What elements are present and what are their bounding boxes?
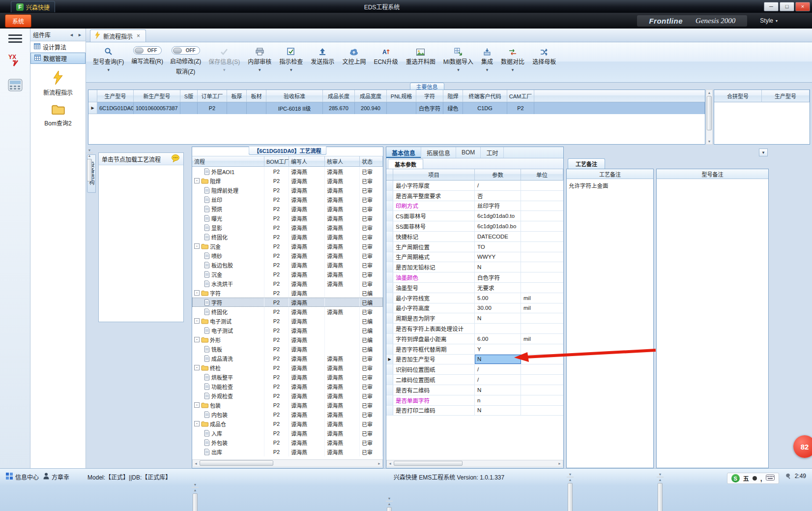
main-info-selected-row[interactable]: ▶6C1DG01DA010010600057387P2IPC-6018 II级2…	[88, 102, 705, 114]
keyboard-icon[interactable]	[766, 475, 775, 482]
collapse-toggle-icon[interactable]: -	[194, 421, 200, 426]
parameter-row[interactable]: 生产周期格式WWYY	[386, 252, 563, 263]
wrench-icon[interactable]	[783, 473, 790, 481]
info-center-button[interactable]: 信息中心	[6, 473, 39, 481]
parameter-row[interactable]: 是否有二维码N	[386, 385, 563, 395]
process-node-row[interactable]: 入库P2谭海燕谭海燕已审	[192, 428, 383, 438]
parameter-row[interactable]: 是否字符框代替周期Y	[386, 344, 563, 355]
parameter-row[interactable]: 印刷方式丝印字符	[386, 201, 563, 211]
parameter-row[interactable]: 最小字符高度30.00mil	[386, 303, 563, 314]
process-flow-title-tab[interactable]: 【6C1DG01DA0】工艺流程	[249, 147, 327, 155]
sogou-input-icon[interactable]: S	[731, 474, 740, 482]
tab-基本信息[interactable]: 基本信息	[386, 147, 421, 158]
model-notes-content[interactable]	[657, 179, 768, 467]
panel-pin-icon[interactable]: ►	[77, 32, 83, 37]
tree-column-header[interactable]: 核审人	[325, 156, 360, 167]
main-info-vertical-scrollbar[interactable]	[706, 90, 713, 145]
column-header[interactable]: PNL规格	[387, 90, 416, 102]
process-node-row[interactable]: 外包装P2谭海燕谭海燕已审	[192, 438, 383, 447]
minimize-button[interactable]: ─	[764, 2, 779, 11]
toolbar-button-cloud[interactable]: 文控上网	[338, 45, 370, 73]
tab-basic-parameters[interactable]: 基本参数	[388, 159, 423, 169]
process-node-row[interactable]: 板边包胶P2谭海燕谭海燕已审	[192, 260, 383, 270]
left-pane-vertical-scrollbar[interactable]	[86, 152, 93, 153]
column-header[interactable]: 验收标准	[266, 90, 323, 102]
parameter-row[interactable]: 是否有字符上表面处理设计	[386, 324, 563, 334]
toolbar-button-ecn[interactable]: AECN升级	[370, 45, 402, 73]
collapse-toggle-icon[interactable]: -	[194, 243, 200, 249]
column-header[interactable]: 板材	[247, 90, 266, 102]
notes-vertical-scrollbar[interactable]	[567, 477, 574, 478]
detail-horizontal-scrollbar[interactable]	[386, 460, 563, 467]
process-node-row[interactable]: -字符P2谭海燕已编	[192, 288, 383, 298]
sidebar-item-design-algorithm[interactable]: 设计算法	[30, 41, 86, 53]
parameter-row[interactable]: 油墨颜色白色字符	[386, 272, 563, 283]
column-header[interactable]: 订单工厂	[198, 90, 227, 102]
parameter-row[interactable]: 是否打印二维码N	[386, 406, 563, 416]
parameter-row[interactable]: CS面菲林号6c1dg01da0.to	[386, 211, 563, 221]
process-node-row[interactable]: -终检P2谭海燕谭海燕已审	[192, 363, 383, 372]
tree-column-header[interactable]: 状态	[360, 156, 383, 167]
shortcut-new-process-instruction[interactable]: 新流程指示	[43, 71, 73, 96]
column-header[interactable]: 成品宽度	[355, 90, 387, 102]
close-tab-icon[interactable]: ×	[136, 32, 141, 39]
process-node-row[interactable]: -电子测试P2谭海燕已编	[192, 316, 383, 326]
parameter-row[interactable]: SS面菲林号6c1dg01da0.bo	[386, 221, 563, 232]
parameter-row[interactable]: 字符到焊盘最小距离6.00mil	[386, 334, 563, 344]
tree-column-header[interactable]: BOM工厂	[264, 156, 289, 167]
process-node-row[interactable]: 字符P2谭海燕已编	[192, 298, 383, 307]
parameter-row[interactable]: 是否高平整度要求否	[386, 191, 563, 201]
close-button[interactable]: ×	[795, 2, 810, 11]
toolbar-toggle[interactable]: OFF启动修改(Z)取消(Z)	[167, 45, 204, 75]
collapse-toggle-icon[interactable]: -	[194, 290, 200, 296]
toolbar-button-import[interactable]: MI数据导入▾	[439, 45, 477, 73]
process-node-row[interactable]: 水洗烘干P2谭海燕谭海燕已审	[192, 279, 383, 288]
collapse-panel-button[interactable]: ▼	[759, 149, 768, 156]
column-header[interactable]: 参数	[475, 169, 521, 180]
tab-new-process-instruction[interactable]: 新流程指示 ×	[90, 30, 146, 42]
scrollbar-thumb[interactable]	[87, 159, 92, 181]
toggle-cancel-link[interactable]: 取消(Z)	[176, 67, 195, 75]
scrollbar-thumb[interactable]	[707, 96, 712, 130]
column-header[interactable]: 单位	[521, 169, 563, 180]
scrollbar-thumb[interactable]	[658, 483, 663, 511]
process-node-row[interactable]: 显影P2谭海燕谭海燕已审	[192, 223, 383, 232]
process-node-row[interactable]: -外形P2谭海燕已编	[192, 335, 383, 344]
toggle-off-switch[interactable]: OFF	[133, 46, 162, 55]
ime-dot-icon[interactable]	[753, 476, 757, 481]
parameter-row[interactable]: 是否加无铅标记N	[386, 262, 563, 272]
hamburger-menu-icon[interactable]	[8, 32, 22, 45]
toolbar-button-printer[interactable]: 内部审核▾	[244, 45, 275, 73]
parameter-row[interactable]: 生产周期位置TO	[386, 242, 563, 252]
ime-punctuation-icon[interactable]: ,	[760, 475, 762, 482]
collapse-toggle-icon[interactable]: -	[194, 365, 200, 370]
notes-vertical-scrollbar[interactable]	[657, 477, 664, 478]
process-node-row[interactable]: 外观检查P2谭海燕谭海燕已审	[192, 391, 383, 400]
process-notes-content[interactable]: 允许字符上金面	[567, 179, 653, 467]
current-user[interactable]: 方章幸	[43, 473, 69, 481]
column-header[interactable]: 合拼型号	[714, 90, 762, 102]
app-brand-tab[interactable]: F 兴森快捷	[11, 1, 55, 12]
process-flow-horizontal-scrollbar[interactable]	[192, 459, 383, 467]
column-header[interactable]: 成品长度	[323, 90, 355, 102]
process-node-row[interactable]: 终固化P2谭海燕谭海燕已审	[192, 232, 383, 241]
process-node-row[interactable]: 烘板整平P2谭海燕谭海燕已审	[192, 372, 383, 382]
column-header[interactable]: 生产型号	[762, 90, 810, 102]
toggle-off-switch[interactable]: OFF	[172, 46, 200, 55]
column-header[interactable]: S版	[180, 90, 198, 102]
process-node-row[interactable]: 铣板P2谭海燕已编	[192, 344, 383, 354]
collapse-toggle-icon[interactable]: -	[194, 178, 200, 183]
parameter-row[interactable]: 最小字符线宽5.00mil	[386, 293, 563, 303]
toolbar-button-send[interactable]: 发送指示	[307, 45, 338, 73]
column-header[interactable]: 字符	[416, 90, 443, 102]
process-node-row[interactable]: -沉金P2谭海燕谭海燕已审	[192, 241, 383, 251]
column-header[interactable]: 新生产型号	[134, 90, 180, 102]
style-menu[interactable]: Style ▾	[760, 17, 778, 24]
toolbar-toggle[interactable]: OFF编写流程(R)	[128, 45, 167, 65]
collapse-toggle-icon[interactable]: -	[194, 337, 200, 342]
process-flow-vertical-scrollbar[interactable]	[192, 487, 199, 488]
process-node-row[interactable]: -成品仓P2谭海燕谭海燕已审	[192, 419, 383, 428]
parameter-row[interactable]: 二维码位置图纸/	[386, 375, 563, 385]
yx-logo[interactable]: YX	[7, 53, 24, 71]
scrollbar-thumb[interactable]	[394, 461, 463, 466]
